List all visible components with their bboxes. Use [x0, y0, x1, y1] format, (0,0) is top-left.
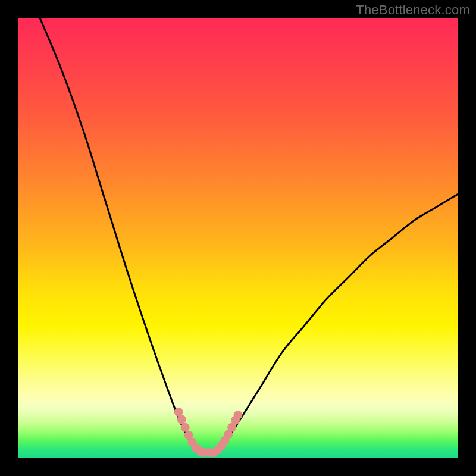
watermark-text: TheBottleneck.com: [356, 2, 470, 18]
right-curve-path: [216, 194, 458, 452]
data-marker: [234, 411, 243, 419]
chart-frame: TheBottleneck.com: [0, 0, 476, 476]
data-marker: [177, 415, 186, 424]
left-curve-path: [40, 18, 203, 452]
data-marker: [181, 423, 190, 432]
plot-area: [18, 18, 458, 458]
chart-svg: [18, 18, 458, 458]
